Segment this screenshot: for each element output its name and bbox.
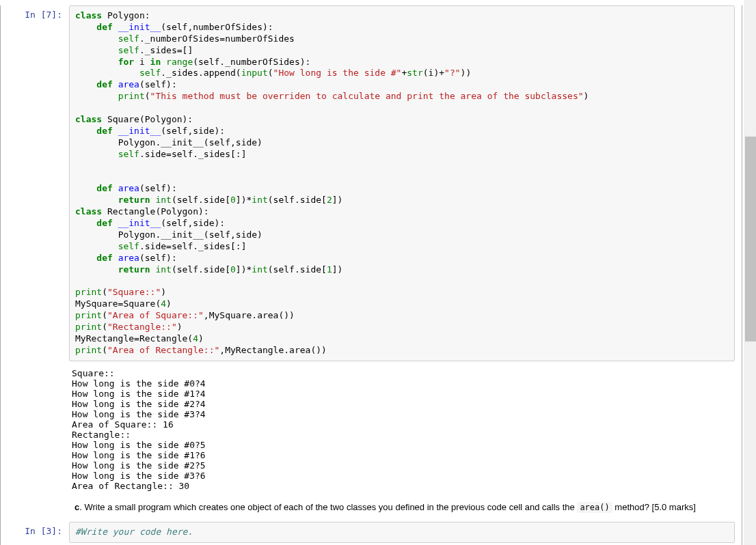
page-scrollbar-thumb[interactable] [745, 137, 756, 341]
markdown-prompt [8, 498, 69, 517]
markdown-cell-1[interactable]: c. Write a small program which creates o… [8, 498, 735, 517]
code-source-2[interactable]: #Write your code here. [75, 527, 729, 538]
prompt-label: In [7]: [25, 10, 62, 20]
page-scrollbar[interactable] [744, 0, 756, 545]
input-prompt-1: In [7]: [8, 5, 69, 361]
output-block-1: Square:: How long is the side #0?4 How l… [8, 367, 735, 492]
output-prompt-1 [8, 367, 69, 492]
markdown-content: c. Write a small program which creates o… [69, 498, 735, 517]
input-prompt-2: In [3]: [8, 522, 69, 543]
code-input-1[interactable]: class Polygon: def __init__(self,numberO… [69, 5, 735, 361]
code-cell-2[interactable]: In [3]: #Write your code here. [8, 522, 735, 543]
code-cell-1[interactable]: In [7]: class Polygon: def __init__(self… [8, 5, 735, 361]
prompt-label-2: In [3]: [25, 526, 62, 536]
question-text-2: method? [5.0 marks] [612, 502, 696, 512]
inline-code: area() [577, 502, 612, 513]
question-text-1: . Write a small program which creates on… [79, 502, 577, 512]
code-source-1[interactable]: class Polygon: def __init__(self,numberO… [75, 10, 729, 357]
code-input-2[interactable]: #Write your code here. [69, 522, 735, 543]
notebook-container: In [7]: class Polygon: def __init__(self… [0, 5, 742, 545]
output-area-1: Square:: How long is the side #0?4 How l… [69, 367, 735, 492]
